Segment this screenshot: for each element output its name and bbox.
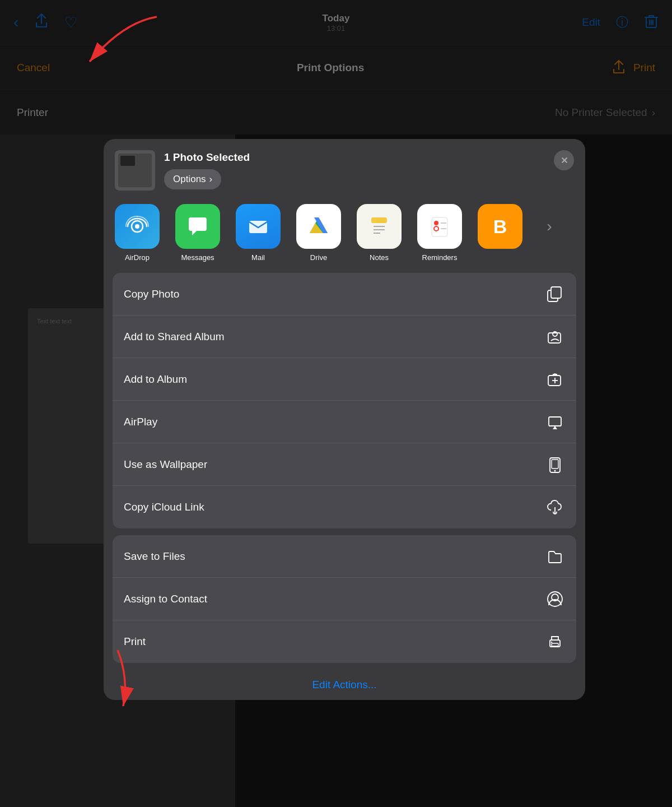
add-shared-album-label: Add to Shared Album bbox=[124, 331, 225, 343]
files-icon bbox=[545, 546, 565, 567]
app-label-mail: Mail bbox=[251, 253, 265, 262]
app-icon-other[interactable]: B bbox=[478, 204, 522, 249]
airplay-row[interactable]: AirPlay bbox=[113, 401, 576, 443]
app-label-drive: Drive bbox=[310, 253, 327, 262]
print-icon bbox=[545, 632, 565, 652]
wallpaper-icon bbox=[545, 454, 565, 475]
svg-point-10 bbox=[434, 221, 438, 225]
use-as-wallpaper-label: Use as Wallpaper bbox=[124, 458, 207, 471]
copy-photo-icon bbox=[545, 284, 565, 304]
svg-rect-31 bbox=[552, 643, 558, 646]
share-selected-title: 1 Photo Selected bbox=[164, 151, 250, 164]
add-album-label: Add to Album bbox=[124, 373, 187, 386]
app-icon-reminders[interactable]: Reminders bbox=[417, 204, 462, 262]
app-icon-mail[interactable]: Mail bbox=[236, 204, 281, 262]
options-chevron-icon: › bbox=[209, 174, 213, 185]
icloud-link-icon bbox=[545, 497, 565, 517]
share-header-info: 1 Photo Selected Options › bbox=[164, 151, 250, 189]
share-sheet: 1 Photo Selected Options › ✕ bbox=[104, 139, 585, 700]
copy-icloud-link-row[interactable]: Copy iCloud Link bbox=[113, 486, 576, 528]
edit-actions-button[interactable]: Edit Actions... bbox=[104, 670, 585, 700]
use-as-wallpaper-row[interactable]: Use as Wallpaper bbox=[113, 443, 576, 486]
close-icon: ✕ bbox=[561, 155, 568, 166]
shared-album-icon bbox=[545, 327, 565, 347]
copy-photo-row[interactable]: Copy Photo bbox=[113, 273, 576, 316]
close-button[interactable]: ✕ bbox=[554, 150, 574, 170]
svg-rect-16 bbox=[548, 333, 561, 343]
apps-more-chevron[interactable]: › bbox=[538, 204, 561, 249]
assign-to-contact-row[interactable]: Assign to Contact bbox=[113, 578, 576, 620]
app-icon-drive[interactable]: Drive bbox=[296, 204, 341, 262]
app-label-reminders: Reminders bbox=[422, 253, 458, 262]
svg-point-32 bbox=[551, 642, 552, 643]
action-group-2: Save to Files Assign to Contact Print bbox=[113, 535, 576, 663]
app-icons-row: AirDrop Messages Mail bbox=[104, 200, 585, 273]
svg-point-26 bbox=[554, 470, 556, 471]
app-label-notes: Notes bbox=[370, 253, 389, 262]
options-label: Options bbox=[173, 174, 206, 185]
app-icon-messages[interactable]: Messages bbox=[175, 204, 220, 262]
airplay-icon bbox=[545, 412, 565, 432]
share-header: 1 Photo Selected Options › ✕ bbox=[104, 139, 585, 200]
svg-rect-25 bbox=[552, 460, 558, 469]
svg-rect-15 bbox=[551, 287, 561, 298]
copy-photo-label: Copy Photo bbox=[124, 288, 179, 300]
print-label: Print bbox=[124, 636, 146, 648]
action-group-1: Copy Photo Add to Shared Album Add to Al… bbox=[113, 273, 576, 528]
share-photo-thumb bbox=[115, 150, 155, 191]
album-icon bbox=[545, 369, 565, 389]
save-to-files-row[interactable]: Save to Files bbox=[113, 535, 576, 578]
app-icon-notes[interactable]: Notes bbox=[357, 204, 402, 262]
add-album-row[interactable]: Add to Album bbox=[113, 358, 576, 401]
add-shared-album-row[interactable]: Add to Shared Album bbox=[113, 316, 576, 358]
print-row[interactable]: Print bbox=[113, 620, 576, 663]
app-label-messages: Messages bbox=[181, 253, 214, 262]
edit-actions-label: Edit Actions... bbox=[312, 679, 376, 690]
app-label-airdrop: AirDrop bbox=[125, 253, 150, 262]
svg-rect-23 bbox=[549, 417, 561, 426]
save-to-files-label: Save to Files bbox=[124, 550, 185, 563]
airplay-label: AirPlay bbox=[124, 416, 157, 428]
contact-icon bbox=[545, 589, 565, 609]
options-button[interactable]: Options › bbox=[164, 169, 221, 189]
svg-point-2 bbox=[135, 224, 139, 229]
copy-icloud-link-label: Copy iCloud Link bbox=[124, 501, 204, 513]
app-icon-airdrop[interactable]: AirDrop bbox=[115, 204, 160, 262]
svg-rect-5 bbox=[371, 217, 387, 223]
assign-to-contact-label: Assign to Contact bbox=[124, 593, 207, 605]
